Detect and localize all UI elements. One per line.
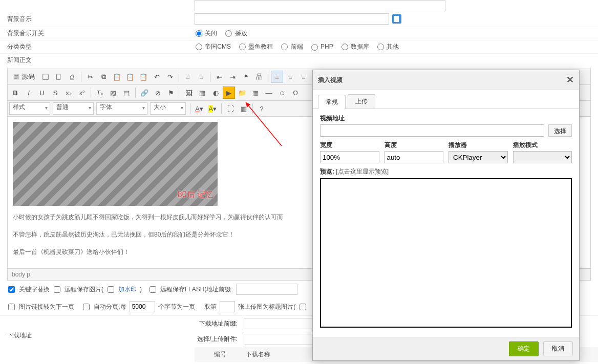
cut-icon[interactable]: ✂ bbox=[84, 71, 96, 83]
textcolor-icon[interactable]: A▾ bbox=[193, 102, 205, 115]
copy-icon[interactable]: ⧉ bbox=[97, 71, 110, 83]
italic-icon[interactable]: I bbox=[23, 87, 35, 99]
svg-rect-0 bbox=[43, 74, 49, 80]
underline-icon[interactable]: U bbox=[36, 87, 48, 99]
svg-rect-1 bbox=[57, 74, 60, 80]
superscript-icon[interactable]: x² bbox=[76, 87, 88, 99]
chk-remoteimg[interactable] bbox=[54, 286, 60, 293]
chk-remoteflash[interactable] bbox=[150, 286, 156, 293]
indent-icon[interactable]: ⇥ bbox=[226, 71, 239, 83]
flash-prefix-input[interactable] bbox=[236, 284, 297, 295]
video-icon[interactable]: ▶ bbox=[223, 87, 235, 99]
prefix-label: 下载地址前缀: bbox=[195, 319, 241, 328]
take-input[interactable] bbox=[220, 301, 235, 312]
about-icon[interactable]: ? bbox=[255, 102, 268, 115]
source-button[interactable]: 源码 bbox=[9, 71, 38, 83]
music-switch-label: 背景音乐开关 bbox=[0, 29, 195, 38]
bullist-icon[interactable]: ≡ bbox=[195, 71, 207, 83]
url-label: 视频地址 bbox=[320, 114, 544, 123]
file-button-icon[interactable]: 📁 bbox=[236, 87, 248, 99]
div-icon[interactable]: 品 bbox=[253, 71, 265, 83]
preview-box bbox=[320, 178, 572, 328]
newpage-icon[interactable] bbox=[53, 71, 65, 83]
chk-watermark[interactable] bbox=[108, 286, 114, 293]
radio-close[interactable] bbox=[196, 30, 202, 37]
subscript-icon[interactable]: x₂ bbox=[62, 87, 75, 99]
radio-frontend[interactable] bbox=[281, 44, 288, 50]
width-input[interactable] bbox=[320, 151, 379, 163]
emoji-icon[interactable]: ☺ bbox=[276, 87, 288, 99]
tab-upload[interactable]: 上传 bbox=[348, 94, 375, 109]
player-label: 播放器 bbox=[448, 141, 508, 149]
cancel-button[interactable]: 取消 bbox=[543, 341, 573, 356]
undo-icon[interactable]: ↶ bbox=[151, 71, 163, 83]
cleanup-icon[interactable]: ▤ bbox=[120, 87, 133, 99]
radio-moyu[interactable] bbox=[239, 44, 246, 50]
align-center-icon[interactable]: ≡ bbox=[284, 71, 296, 83]
chk-autopage[interactable] bbox=[83, 304, 90, 310]
chk-mark2[interactable] bbox=[300, 304, 306, 310]
align-right-icon[interactable]: ≡ bbox=[297, 71, 310, 83]
preview-hint[interactable]: [点击这里显示预览] bbox=[336, 168, 389, 175]
image-watermark: 80后 记忆 bbox=[178, 186, 213, 203]
highlight-icon[interactable]: ▨ bbox=[107, 87, 119, 99]
tab-general[interactable]: 常规 bbox=[318, 95, 346, 109]
redo-icon[interactable]: ↷ bbox=[164, 71, 176, 83]
music-switch-radios: 关闭 播放 bbox=[195, 29, 598, 38]
quote-icon[interactable]: ❝ bbox=[240, 71, 252, 83]
height-input[interactable] bbox=[385, 151, 444, 163]
file-icon[interactable] bbox=[392, 14, 401, 24]
autopage-input[interactable] bbox=[130, 301, 155, 312]
anchor-icon[interactable]: ⚑ bbox=[165, 87, 177, 99]
paste-icon[interactable]: 📋 bbox=[111, 71, 123, 83]
paste-word-icon[interactable]: 📋 bbox=[137, 71, 150, 83]
outdent-icon[interactable]: ⇤ bbox=[213, 71, 225, 83]
radio-play[interactable] bbox=[225, 30, 232, 37]
media-icon[interactable]: ◐ bbox=[209, 87, 222, 99]
radio-php[interactable] bbox=[311, 44, 318, 51]
maximize-icon[interactable]: ⛶ bbox=[224, 102, 237, 115]
music-label: 背景音乐 bbox=[0, 15, 195, 24]
size-combo[interactable]: 大小 bbox=[150, 102, 186, 115]
paste-text-icon[interactable]: 📋 bbox=[124, 71, 136, 83]
upload-label: 选择/上传附件: bbox=[195, 335, 241, 344]
format-combo[interactable]: 普通 bbox=[53, 102, 94, 115]
close-icon[interactable]: ✕ bbox=[566, 74, 574, 85]
align-left-icon[interactable]: ≡ bbox=[271, 71, 283, 83]
url-input[interactable] bbox=[320, 124, 544, 137]
content-image: 80后 记忆 bbox=[13, 122, 218, 206]
insert-video-dialog: 插入视频 ✕ 常规 上传 视频地址 选择 宽度 高度 播放器 CKPlayer bbox=[312, 70, 580, 361]
radio-db[interactable] bbox=[341, 44, 348, 50]
chk-keyword[interactable] bbox=[8, 286, 15, 293]
removeformat-icon[interactable]: Tₓ bbox=[94, 87, 106, 99]
player-select[interactable]: CKPlayer bbox=[448, 151, 508, 163]
styles-combo[interactable]: 样式 bbox=[9, 102, 50, 115]
preview-icon[interactable]: ⎙ bbox=[66, 71, 78, 83]
link-icon[interactable]: 🔗 bbox=[138, 87, 151, 99]
bold-icon[interactable]: B bbox=[9, 87, 22, 99]
strike-icon[interactable]: S bbox=[49, 87, 61, 99]
height-label: 高度 bbox=[385, 141, 444, 149]
width-label: 宽度 bbox=[320, 141, 379, 149]
music-input[interactable] bbox=[195, 13, 389, 25]
showblocks-icon[interactable]: ▥ bbox=[238, 102, 250, 115]
radio-other[interactable] bbox=[377, 44, 384, 50]
bgcolor-icon[interactable]: A▾ bbox=[206, 102, 219, 115]
url-select-button[interactable]: 选择 bbox=[548, 124, 572, 137]
radio-cms[interactable] bbox=[196, 44, 202, 50]
mode-select[interactable] bbox=[513, 151, 572, 163]
unlink-icon[interactable]: ⊘ bbox=[152, 87, 164, 99]
table-icon[interactable]: ▦ bbox=[249, 87, 262, 99]
flash-icon[interactable]: ▦ bbox=[196, 87, 208, 99]
hr-icon[interactable]: — bbox=[263, 87, 275, 99]
font-combo[interactable]: 字体 bbox=[96, 102, 147, 115]
numlist-icon[interactable]: ≡ bbox=[182, 71, 194, 83]
save-icon[interactable] bbox=[39, 71, 52, 83]
intro-textarea[interactable] bbox=[195, 0, 445, 11]
download-label: 下载地址 bbox=[0, 316, 195, 362]
category-label: 分类类型 bbox=[0, 42, 195, 51]
ok-button[interactable]: 确定 bbox=[509, 341, 539, 356]
image-icon[interactable]: 🖼 bbox=[183, 87, 195, 99]
special-icon[interactable]: Ω bbox=[289, 87, 302, 99]
chk-linknext[interactable] bbox=[8, 304, 15, 310]
